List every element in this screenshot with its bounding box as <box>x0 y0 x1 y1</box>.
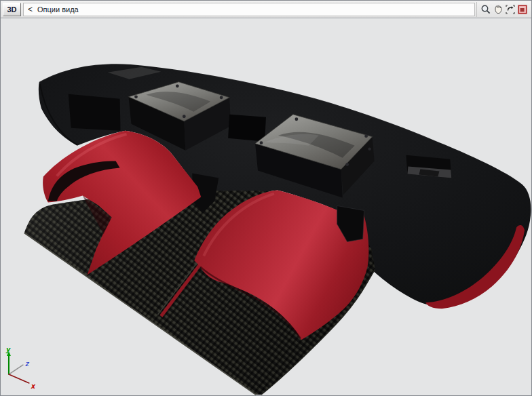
model-canvas[interactable]: y z x <box>1 18 531 395</box>
back-chevron-icon[interactable]: < <box>28 5 33 14</box>
pan-tool-icon[interactable] <box>493 4 504 15</box>
toolbar: 3D < Опции вида <box>1 1 531 18</box>
view-options-bar[interactable]: < Опции вида <box>23 3 475 16</box>
toolbar-title: Опции вида <box>37 5 79 14</box>
recess-left <box>69 94 121 131</box>
axis-z-label: z <box>25 359 30 368</box>
3d-viewer-window: 3D < Опции вида <box>0 0 532 396</box>
3d-tab-button[interactable]: 3D <box>3 3 21 16</box>
tool-icon-strip <box>476 2 531 17</box>
axis-y-label: y <box>5 345 11 354</box>
orbit-tool-icon[interactable] <box>505 4 516 15</box>
fit-view-icon[interactable] <box>517 4 528 15</box>
zoom-tool-icon[interactable] <box>480 4 491 15</box>
viewport-3d[interactable]: y z x <box>1 18 531 395</box>
axis-x-label: x <box>31 382 36 391</box>
cutout-hole <box>228 115 266 142</box>
